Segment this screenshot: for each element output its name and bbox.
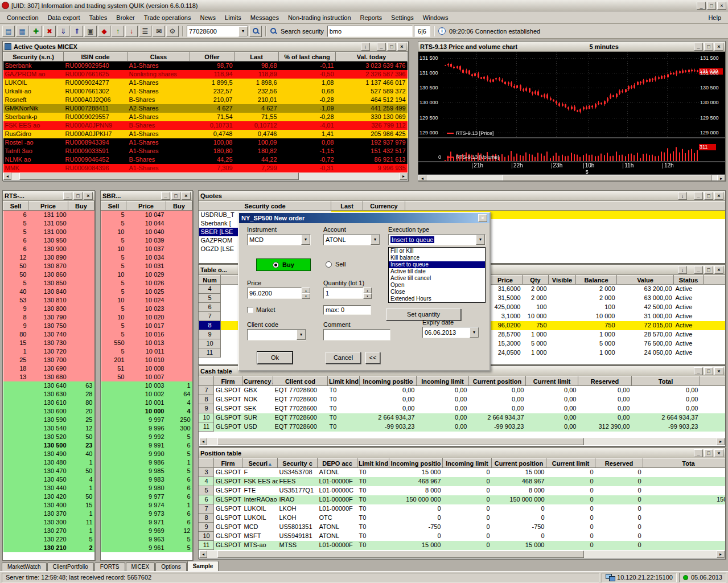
table-row[interactable]: 9 9855 <box>101 467 192 475</box>
column-header[interactable] <box>704 276 726 285</box>
scroll-track[interactable] <box>207 551 717 558</box>
cancel-button[interactable]: Cancel <box>326 352 361 364</box>
table-row[interactable]: FSK EES aoRU000A0JPNN9B-Shares0,107310,1… <box>3 121 408 130</box>
table-row[interactable]: 11GLSPOTMTS-aoMTSSL01-00000FT015 000015 … <box>199 541 726 550</box>
table-row[interactable]: 10 0004 <box>101 407 192 416</box>
account-combo[interactable]: 77028600 <box>187 26 248 37</box>
table-row[interactable]: 12130 890 <box>3 253 94 262</box>
comment-input[interactable] <box>323 329 390 340</box>
table-row[interactable]: 9 9836 <box>101 475 192 484</box>
menu-item[interactable]: Non-trading instruction <box>283 13 356 23</box>
instrument-combo[interactable]: MCD <box>247 234 311 245</box>
table-row[interactable]: 9GLSPOTMCDUS5801351ATONLT0-7500-75000 <box>199 523 726 532</box>
column-header[interactable]: Buy <box>68 202 94 211</box>
table-row[interactable]: 130 49040 <box>3 450 94 458</box>
table-row[interactable]: 11GLSPOTUSDEQT 77028600T0-99 903,230,00-… <box>199 422 726 432</box>
column-header[interactable]: Value <box>617 276 674 285</box>
menu-item[interactable]: Trade operations <box>139 13 196 23</box>
table-row[interactable]: 510 023 <box>101 305 192 313</box>
table-row[interactable]: 130 47050 <box>3 467 94 475</box>
column-header[interactable]: Class <box>127 52 190 61</box>
table-row[interactable]: LUKOILRU0009024277A1-Shares1 899,51 898,… <box>3 79 408 87</box>
table-row[interactable]: 15130 730 <box>3 339 94 347</box>
price-value[interactable]: 96.0200 <box>247 288 302 299</box>
table-row[interactable]: 9 9635 <box>101 535 192 544</box>
minimize-button[interactable]: _ <box>161 192 170 200</box>
scroll-left-icon[interactable]: ◂ <box>199 438 207 445</box>
table-row[interactable]: 130 54012 <box>3 424 94 433</box>
step-down-icon[interactable]: ▾ <box>302 293 310 299</box>
column-header[interactable]: Security (s.n.) <box>3 52 64 61</box>
chevron-down-icon[interactable] <box>470 327 479 338</box>
execution-type-option[interactable]: Fill or Kill <box>389 248 485 254</box>
table-row[interactable]: 510 011 <box>101 347 192 356</box>
window-titlebar[interactable]: Quotes ↓ _ □ × <box>199 191 725 201</box>
table-row[interactable]: 6GLSPOTInterRAOaoIRAOL01-00000FT0150 000… <box>199 495 726 504</box>
restore-button[interactable]: □ <box>171 192 180 200</box>
expiry-date-combo[interactable]: 06.06.2013 <box>422 327 479 338</box>
account-combo[interactable]: ATONL <box>323 234 380 245</box>
table-row[interactable]: 510 025 <box>101 288 192 296</box>
minimize-button[interactable]: _ <box>63 192 72 200</box>
table-row[interactable]: 130 4504 <box>3 475 94 484</box>
horizontal-scrollbar[interactable]: ◂ ▸ <box>199 438 725 445</box>
sell-radio-button[interactable]: Sell <box>326 261 346 268</box>
table-row[interactable]: NLMK aoRU0009046452B-Shares44,2544,22-0,… <box>3 155 408 164</box>
menu-item[interactable]: Data export <box>43 13 85 23</box>
new-order-icon[interactable]: ↑ <box>112 26 124 37</box>
execution-type-option[interactable]: Open <box>389 282 485 289</box>
column-header[interactable]: Status <box>674 276 704 285</box>
column-header[interactable]: Total <box>632 377 700 386</box>
scroll-right-icon[interactable]: ▸ <box>717 438 725 445</box>
table-row[interactable]: 1010 037 <box>101 245 192 253</box>
column-header[interactable]: Val. today <box>336 52 408 61</box>
table-row[interactable]: 9130 800 <box>3 305 94 313</box>
menu-item-help[interactable]: Help <box>704 13 726 23</box>
news-icon[interactable]: ☰ <box>139 26 151 37</box>
table-row[interactable]: 130 4401 <box>3 484 94 492</box>
close-button[interactable]: × <box>714 192 723 200</box>
table-row[interactable]: 510 017 <box>101 322 192 330</box>
export-icon[interactable]: ⇑ <box>71 26 83 37</box>
chevron-down-icon[interactable] <box>297 330 306 340</box>
table-row[interactable]: 1010 024 <box>101 296 192 305</box>
table-row[interactable]: 20110 010 <box>101 356 192 364</box>
table-row[interactable]: 53130 810 <box>3 296 94 305</box>
close-button[interactable]: × <box>182 192 191 200</box>
execution-type-option[interactable]: Active till cancel <box>389 275 485 282</box>
scroll-right-icon[interactable]: ▸ <box>717 551 725 558</box>
table-row[interactable]: 510 034 <box>101 253 192 262</box>
quantity-stepper[interactable]: ▴▾ <box>363 288 372 299</box>
quantity-value[interactable]: 1 <box>323 288 363 299</box>
column-header[interactable]: Sell <box>3 202 28 211</box>
column-header[interactable]: Incoming positio <box>360 377 417 386</box>
menu-item[interactable]: Reports <box>356 13 387 23</box>
table-row[interactable]: 130 61080 <box>3 399 94 407</box>
step-up-icon[interactable]: ▴ <box>363 288 372 293</box>
table-row[interactable]: 9 997250 <box>101 416 192 424</box>
column-header[interactable]: Current limit <box>546 459 595 468</box>
table-row[interactable]: 510 047 <box>101 211 192 220</box>
table-row[interactable]: 1010 020 <box>101 313 192 322</box>
step-up-icon[interactable]: ▴ <box>302 288 310 293</box>
column-header[interactable]: Incoming limit <box>443 459 492 468</box>
window-titlebar[interactable]: Position table _ □ × <box>199 448 725 458</box>
column-header[interactable]: % of last chang <box>279 52 336 61</box>
table-row[interactable]: 8GLSPOTLUKOILLKOHOTCT000000 <box>199 514 726 523</box>
column-header[interactable]: DEPO acc <box>318 459 357 468</box>
table-row[interactable]: MMKRU0009084396A1-Shares7,3097,299-0,319… <box>3 164 408 173</box>
close-button[interactable]: × <box>714 449 723 457</box>
table-row[interactable]: 130 3701 <box>3 510 94 518</box>
table-row[interactable]: 3GLSPOTFUS3453708ATONLT015 000015 00000 <box>199 468 726 477</box>
table-row[interactable]: 9 9736 <box>101 510 192 518</box>
horizontal-scrollbar[interactable]: ◂ ▸ <box>418 175 725 180</box>
minimize-button[interactable]: _ <box>694 43 703 51</box>
scroll-right-icon[interactable]: ▸ <box>717 175 725 180</box>
dock-icon[interactable]: ↓ <box>361 43 370 51</box>
table-row[interactable]: 50130 860 <box>3 270 94 279</box>
app-maximize-button[interactable]: □ <box>707 2 716 10</box>
column-header[interactable]: Limit kind <box>328 377 360 386</box>
table-row[interactable]: GAZPROM aoRU0007661625Nonlisting shares1… <box>3 70 408 79</box>
table-row[interactable]: RusGidroRU000A0JPKH7A1-Shares0,47480,474… <box>3 130 408 138</box>
execution-type-option[interactable]: Insert to queue <box>389 261 485 268</box>
